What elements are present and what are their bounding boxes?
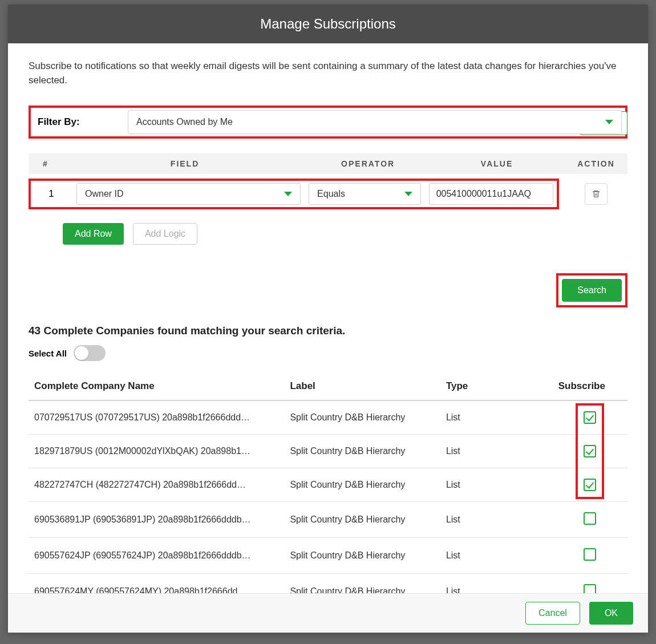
company-name-cell: 482272747CH (482272747CH) 20a898b1f2666d… [29, 468, 284, 502]
table-row: 690557624JP (690557624JP) 20a898b1f2666d… [29, 538, 627, 574]
filter-row-num: 1 [34, 188, 68, 200]
company-name-cell: 690557624JP (690557624JP) 20a898b1f2666d… [29, 538, 284, 574]
add-logic-button[interactable]: Add Logic [133, 223, 197, 245]
label-cell: Split Country D&B Hierarchy [284, 574, 440, 593]
subscribe-checkbox[interactable] [584, 479, 596, 491]
company-name-cell: 182971879US (0012M00002dYlXbQAK) 20a898b… [29, 435, 284, 468]
subscribe-checkbox[interactable] [584, 584, 596, 593]
search-highlight: Search [556, 273, 627, 307]
col-header-action: ACTION [565, 159, 627, 168]
filter-by-select[interactable]: Accounts Owned by Me [128, 110, 622, 134]
subscribe-checkbox[interactable] [584, 411, 596, 424]
add-row-button[interactable]: Add Row [63, 223, 124, 245]
subscribe-checkbox[interactable] [584, 445, 596, 457]
chevron-down-icon [404, 192, 412, 196]
company-name-cell: 690557624MY (690557624MY) 20a898b1f2666d… [29, 574, 284, 593]
type-cell: List [440, 538, 553, 574]
subscribe-cell [553, 502, 627, 538]
col-header-field: FIELD [63, 159, 307, 168]
type-cell: List [440, 502, 553, 538]
col-header-value: VALUE [429, 159, 565, 168]
type-cell: List [440, 468, 553, 502]
table-row: 182971879US (0012M00002dYlXbQAK) 20a898b… [29, 435, 627, 468]
filter-columns-header: # FIELD OPERATOR VALUE ACTION [29, 153, 627, 174]
search-button[interactable]: Search [562, 279, 622, 302]
delete-row-button[interactable] [585, 183, 608, 205]
col-header-type: Type [440, 372, 553, 400]
operator-select[interactable]: Equals [309, 183, 421, 205]
label-cell: Split Country D&B Hierarchy [284, 435, 440, 468]
label-cell: Split Country D&B Hierarchy [284, 468, 440, 502]
subscribe-cell [553, 400, 627, 435]
select-all-label: Select All [29, 349, 67, 358]
filter-buttons: Add Row Add Logic [29, 223, 627, 245]
subscribe-checkbox[interactable] [584, 548, 596, 561]
chevron-down-icon [284, 192, 292, 196]
table-row: 690557624MY (690557624MY) 20a898b1f2666d… [29, 574, 627, 593]
modal-body: Subscribe to notifications so that weekl… [8, 43, 648, 593]
filter-row-highlight: 1 Owner ID Equals [29, 179, 559, 209]
modal-footer: Cancel OK [8, 593, 648, 633]
operator-value: Equals [317, 189, 345, 199]
table-row: 690536891JP (690536891JP) 20a898b1f2666d… [29, 502, 627, 538]
table-row: 482272747CH (482272747CH) 20a898b1f2666d… [29, 468, 627, 502]
trash-icon [592, 189, 601, 199]
col-header-company-name: Complete Company Name [29, 372, 284, 400]
subscribe-cell [553, 435, 627, 468]
filter-by-value: Accounts Owned by Me [136, 117, 233, 127]
type-cell: List [440, 435, 553, 468]
value-input[interactable] [429, 183, 553, 205]
results-count: 43 Complete Companies found matching you… [29, 325, 627, 337]
subscribe-checkbox[interactable] [584, 512, 596, 525]
subscribe-cell [553, 468, 627, 502]
select-all-row: Select All [29, 345, 627, 361]
manage-subscriptions-modal: Manage Subscriptions Subscribe to notifi… [8, 5, 648, 633]
filter-row: 1 Owner ID Equals [29, 174, 627, 214]
filter-by-label: Filter By: [34, 116, 120, 128]
modal-title: Manage Subscriptions [8, 5, 648, 43]
col-header-operator: OPERATOR [307, 159, 429, 168]
field-value: Owner ID [85, 189, 124, 199]
col-header-subscribe: Subscribe [553, 372, 627, 400]
label-cell: Split Country D&B Hierarchy [284, 538, 440, 574]
type-cell: List [440, 400, 553, 435]
company-name-cell: 690536891JP (690536891JP) 20a898b1f2666d… [29, 502, 284, 538]
cancel-button[interactable]: Cancel [525, 602, 580, 625]
col-header-num: # [29, 159, 63, 168]
select-all-toggle[interactable] [74, 345, 106, 361]
intro-text: Subscribe to notifications so that weekl… [29, 59, 627, 87]
ok-button[interactable]: OK [589, 602, 633, 625]
chevron-down-icon [605, 120, 613, 124]
results-table: Complete Company Name Label Type Subscri… [29, 372, 627, 593]
type-cell: List [440, 574, 553, 593]
company-name-cell: 070729517US (070729517US) 20a898b1f2666d… [29, 400, 284, 435]
subscribe-cell [553, 574, 627, 593]
label-cell: Split Country D&B Hierarchy [284, 502, 440, 538]
table-row: 070729517US (070729517US) 20a898b1f2666d… [29, 400, 627, 435]
subscribe-cell [553, 538, 627, 574]
label-cell: Split Country D&B Hierarchy [284, 400, 440, 435]
col-header-label: Label [284, 372, 440, 400]
field-select[interactable]: Owner ID [76, 183, 301, 205]
